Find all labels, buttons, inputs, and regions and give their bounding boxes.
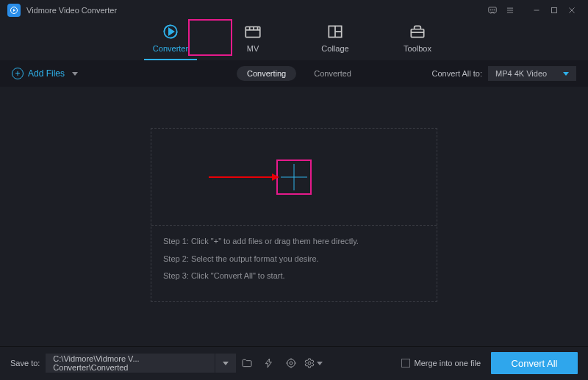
convert-all-to-label: Convert All to: [432,69,482,78]
save-path-dropdown[interactable] [215,354,236,373]
tab-label: Converter [153,44,188,53]
tab-label: MV [247,44,259,53]
footer-bar: Save to: C:\Vidmore\Vidmore V... Convert… [0,346,588,380]
action-bar: + Add Files Converting Converted Convert… [0,60,588,87]
step-text: Step 2: Select the output format you des… [163,254,425,265]
annotation-arrow [209,173,279,181]
svg-point-31 [308,362,311,365]
add-files-button[interactable]: + Add Files [12,68,78,79]
save-to-label: Save to: [10,359,40,368]
convert-all-button[interactable]: Convert All [491,352,578,374]
converter-icon [161,24,180,40]
tab-label: Collage [321,44,348,53]
tab-label: Toolbox [404,44,431,53]
svg-point-5 [494,10,495,10]
feedback-icon[interactable] [484,3,501,18]
hardware-accel-button[interactable] [258,354,280,373]
step-text: Step 1: Click "+" to add files or drag t… [163,236,425,247]
minimize-button[interactable] [528,3,545,18]
merge-label: Merge into one file [415,359,481,368]
chevron-down-icon [223,362,229,365]
svg-point-26 [290,362,293,365]
merge-checkbox[interactable]: Merge into one file [401,359,481,368]
tab-collage[interactable]: Collage [312,24,359,53]
annotation-highlight [188,19,232,56]
subtab-converting[interactable]: Converting [237,66,296,81]
drop-zone-steps: Step 1: Click "+" to add files or drag t… [151,226,437,301]
svg-point-4 [492,10,493,10]
title-bar: Vidmore Video Converter [0,0,588,21]
output-format-select[interactable]: MP4 4K Video [488,66,576,81]
chevron-down-icon [563,72,569,76]
add-files-label: Add Files [28,68,65,79]
tab-mv[interactable]: MV [229,24,276,53]
mv-icon [243,24,262,40]
plus-circle-icon: + [12,68,24,79]
chevron-down-icon [317,362,323,365]
main-area: Step 1: Click "+" to add files or drag t… [0,87,588,343]
add-files-plus-icon[interactable] [281,164,307,190]
close-button[interactable] [563,3,581,18]
chevron-down-icon[interactable] [72,72,78,76]
menu-icon[interactable] [501,3,519,18]
svg-marker-14 [169,29,174,35]
settings-button[interactable] [302,354,324,373]
step-text: Step 3: Click "Convert All" to start. [163,270,425,282]
format-value: MP4 4K Video [495,69,547,78]
svg-marker-1 [13,9,15,12]
save-path-select[interactable]: C:\Vidmore\Vidmore V... Converter\Conver… [46,354,215,373]
svg-rect-10 [552,8,557,13]
subtab-converted[interactable]: Converted [314,69,351,78]
maximize-button[interactable] [545,3,563,18]
open-folder-button[interactable] [236,354,258,373]
collage-icon [326,24,345,40]
svg-rect-23 [411,29,423,37]
app-title: Vidmore Video Converter [26,6,117,15]
checkbox-icon [401,359,410,368]
save-path-value: C:\Vidmore\Vidmore V... Converter\Conver… [53,354,207,372]
drop-zone-top[interactable] [151,129,437,226]
tab-converter[interactable]: Converter [147,24,194,53]
task-schedule-button[interactable] [280,354,302,373]
drop-zone[interactable]: Step 1: Click "+" to add files or drag t… [151,128,437,301]
main-tabs: Converter MV Collage Toolbox [0,21,588,60]
toolbox-icon [408,24,427,40]
svg-point-3 [490,10,491,10]
tab-toolbox[interactable]: Toolbox [394,24,441,53]
annotation-highlight [276,159,312,195]
svg-point-25 [287,359,295,368]
app-logo-icon [7,4,21,17]
